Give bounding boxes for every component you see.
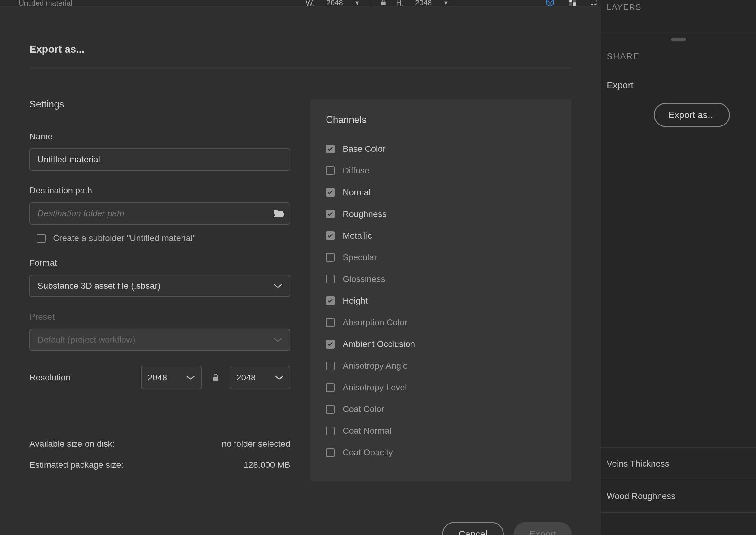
format-value: Substance 3D asset file (.sbsar) [38,281,160,291]
channel-item[interactable]: Base Color [326,144,556,154]
properties-list: Veins Thickness Wood Roughness [601,447,756,535]
channel-item[interactable]: Anisotropy Level [326,382,556,392]
dialog-title: Export as... [29,43,572,68]
channel-checkbox[interactable] [326,210,335,218]
channel-checkbox[interactable] [326,145,335,153]
channel-item[interactable]: Glossiness [326,274,556,284]
folder-open-icon[interactable] [273,209,285,218]
layers-panel-header: LAYERS [601,0,756,21]
resolution-label: Resolution [29,373,132,382]
channel-item[interactable]: Specular [326,252,556,262]
preset-select: Default (project workflow) [29,329,290,351]
channel-label: Coat Normal [343,426,391,436]
disk-size-label: Available size on disk: [29,439,115,449]
subfolder-label: Create a subfolder "Untitled material" [53,233,196,243]
resolution-w-select[interactable]: 2048 [141,366,202,389]
format-label: Format [29,258,292,268]
channel-label: Metallic [343,231,372,241]
channel-checkbox[interactable] [326,275,335,283]
property-row[interactable] [601,512,756,535]
channel-checkbox[interactable] [326,405,335,413]
subfolder-checkbox[interactable] [37,234,45,242]
chevron-down-icon [274,335,282,345]
resolution-h-select[interactable]: 2048 [230,366,290,389]
channels-column: Channels Base ColorDiffuseNormalRoughnes… [310,99,572,482]
channel-label: Coat Color [343,404,384,414]
channels-list: Base ColorDiffuseNormalRoughnessMetallic… [326,144,556,458]
channel-item[interactable]: Anisotropy Angle [326,361,556,371]
channel-item[interactable]: Coat Opacity [326,448,556,458]
channel-item[interactable]: Ambient Occlusion [326,339,556,349]
cancel-button[interactable]: Cancel [442,522,504,535]
format-select[interactable]: Substance 3D asset file (.sbsar) [29,275,290,297]
svg-rect-1 [573,0,576,2]
channel-checkbox[interactable] [326,188,335,197]
export-dialog: Export as... Settings Name Destination p… [0,6,601,535]
name-input[interactable] [29,148,290,171]
svg-rect-0 [569,0,572,2]
channel-label: Anisotropy Level [343,382,407,392]
resolution-h-value: 2048 [237,373,256,382]
panel-drag-handle[interactable] [671,39,686,41]
channel-item[interactable]: Roughness [326,209,556,219]
destination-label: Destination path [29,185,292,195]
chevron-down-icon [186,373,195,382]
preset-label: Preset [29,312,292,322]
preset-value: Default (project workflow) [38,335,135,345]
package-size-label: Estimated package size: [29,460,124,470]
channel-item[interactable]: Height [326,296,556,306]
channel-label: Absorption Color [343,318,407,327]
disk-size-value: no folder selected [222,439,290,449]
chevron-down-icon [274,281,282,291]
channel-item[interactable]: Coat Color [326,404,556,414]
channel-checkbox[interactable] [326,318,335,327]
property-row[interactable]: Wood Roughness [601,480,756,512]
channel-label: Glossiness [343,274,385,284]
channel-checkbox[interactable] [326,340,335,349]
export-section-label: Export [601,80,756,103]
channel-checkbox[interactable] [326,231,335,240]
channel-item[interactable]: Metallic [326,231,556,241]
resolution-w-value: 2048 [148,373,167,382]
channel-item[interactable]: Absorption Color [326,318,556,327]
channel-label: Specular [343,252,377,262]
channel-checkbox[interactable] [326,427,335,435]
channel-item[interactable]: Normal [326,187,556,197]
channel-checkbox[interactable] [326,166,335,175]
share-panel-header: SHARE [601,51,756,80]
resolution-lock-icon[interactable] [211,373,220,382]
export-button: Export [514,522,572,535]
package-size-value: 128.000 MB [243,460,290,470]
channel-label: Coat Opacity [343,448,393,458]
chevron-down-icon [275,373,284,382]
settings-title: Settings [29,99,292,110]
channel-item[interactable]: Coat Normal [326,426,556,436]
separator [371,0,371,6]
channel-label: Diffuse [343,166,370,176]
channel-label: Base Color [343,144,386,154]
channel-item[interactable]: Diffuse [326,166,556,176]
channel-checkbox[interactable] [326,253,335,262]
svg-rect-2 [569,3,572,6]
export-as-button[interactable]: Export as... [654,103,730,127]
channel-label: Ambient Occlusion [343,339,415,349]
subfolder-checkbox-row[interactable]: Create a subfolder "Untitled material" [37,233,292,243]
channel-label: Roughness [343,209,387,219]
channel-checkbox[interactable] [326,383,335,392]
channel-checkbox[interactable] [326,296,335,305]
channel-checkbox[interactable] [326,448,335,457]
channel-label: Normal [343,187,371,197]
name-label: Name [29,132,292,142]
right-panel: LAYERS SHARE Export Export as... Veins T… [601,0,756,535]
svg-rect-3 [573,3,576,6]
channel-checkbox[interactable] [326,361,335,370]
channel-label: Height [343,296,368,306]
channels-title: Channels [326,114,556,126]
property-row[interactable]: Veins Thickness [601,447,756,480]
destination-input[interactable] [29,202,290,225]
channel-label: Anisotropy Angle [343,361,408,371]
settings-column: Settings Name Destination path [29,99,292,482]
